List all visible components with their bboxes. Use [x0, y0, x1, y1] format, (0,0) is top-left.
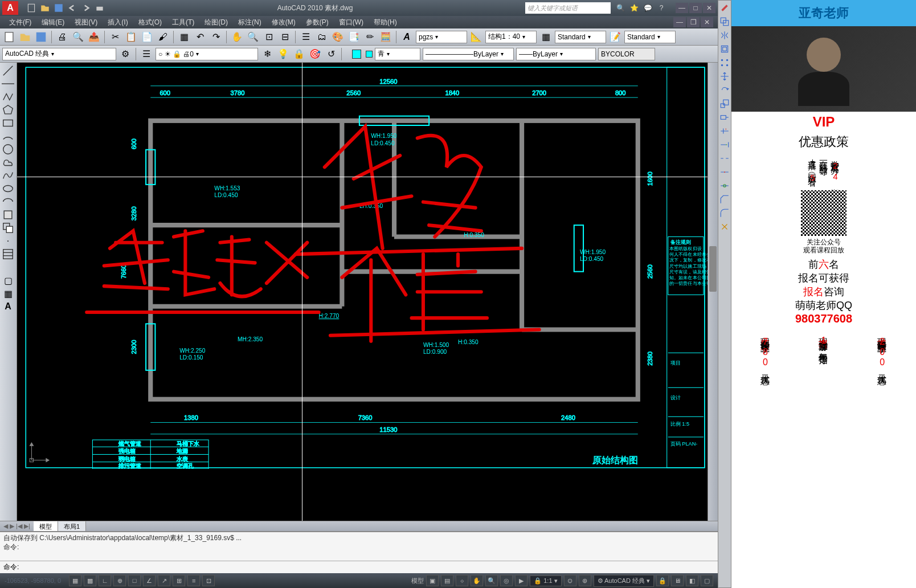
ellipse-icon[interactable] — [1, 183, 15, 194]
color-select[interactable]: 青 — [375, 48, 420, 60]
break2-icon[interactable] — [719, 167, 730, 177]
hatch-icon[interactable] — [1, 248, 15, 260]
polar-toggle[interactable]: ⊕ — [113, 575, 126, 586]
save-file-icon[interactable] — [34, 30, 48, 44]
annovis-icon[interactable]: ⊙ — [564, 575, 576, 586]
workspace-select[interactable]: AutoCAD 经典 — [2, 48, 116, 60]
table-style-select[interactable]: Standard — [555, 31, 606, 43]
menu-dimension[interactable]: 标注(N) — [234, 16, 266, 29]
layer-freeze-icon[interactable]: ❄ — [260, 47, 274, 61]
layer-select[interactable]: ○ ☀ 🔒 🖨 0 — [156, 48, 258, 60]
menu-file[interactable]: 文件(F) — [5, 16, 36, 29]
gradient-icon[interactable] — [1, 262, 15, 273]
pan-icon[interactable]: ✋ — [230, 30, 244, 44]
annoscale-icon[interactable]: ⟐ — [456, 575, 468, 586]
stretch-icon[interactable] — [719, 112, 730, 122]
table-style-icon[interactable]: ▦ — [539, 30, 553, 44]
point-icon[interactable]: · — [1, 235, 15, 247]
toolbar-lock-icon[interactable]: 🔒 — [656, 575, 669, 586]
redo-tb-icon[interactable]: ↷ — [209, 30, 223, 44]
arc-icon[interactable] — [1, 130, 15, 142]
drawing-canvas[interactable]: 12560 600 3780 2560 1840 2700 800 1380 7… — [17, 63, 708, 521]
toolpalette-icon[interactable]: 🎨 — [331, 30, 345, 44]
layer-off-icon[interactable]: 💡 — [276, 47, 290, 61]
pline-icon[interactable] — [1, 91, 15, 103]
osnap-toggle[interactable]: □ — [128, 575, 141, 586]
clean-screen-icon[interactable]: ▢ — [701, 575, 713, 586]
dc-icon[interactable]: 🗂 — [315, 30, 329, 44]
anno-scale[interactable]: 🔒 1:1 ▾ — [530, 575, 561, 586]
rectangle-icon[interactable] — [1, 117, 15, 129]
make-block-icon[interactable] — [1, 222, 15, 234]
mtext-icon[interactable]: A — [1, 301, 15, 312]
qp-toggle[interactable]: ⊡ — [202, 575, 215, 586]
text-style-select[interactable]: pgzs — [416, 31, 467, 43]
spline-icon[interactable] — [1, 170, 15, 181]
publish-icon[interactable]: 📤 — [87, 30, 101, 44]
chamfer-icon[interactable] — [719, 194, 730, 205]
linetype-select[interactable]: ——————— ByLayer — [423, 48, 514, 60]
close-button[interactable]: ✕ — [703, 3, 715, 13]
circle-icon[interactable] — [1, 144, 15, 155]
otrack-toggle[interactable]: ∠ — [143, 575, 156, 586]
print-tb-icon[interactable]: 🖨 — [55, 30, 69, 44]
offset-icon[interactable] — [719, 44, 730, 54]
erase-icon[interactable] — [719, 3, 730, 13]
undo-icon[interactable] — [67, 3, 77, 13]
menu-edit[interactable]: 编辑(E) — [37, 16, 69, 29]
zoom-prev-icon[interactable]: ⊟ — [278, 30, 292, 44]
dim-style-icon[interactable]: 📐 — [469, 30, 483, 44]
showmotion-icon[interactable]: ▶ — [515, 575, 527, 586]
subscription-icon[interactable]: ⭐ — [629, 3, 639, 13]
menu-parametric[interactable]: 参数(P) — [301, 16, 333, 29]
mirror-icon[interactable] — [719, 30, 730, 40]
copy-icon[interactable]: 📋 — [124, 30, 138, 44]
menu-modify[interactable]: 修改(M) — [267, 16, 300, 29]
snap-toggle[interactable]: ▦ — [69, 575, 81, 586]
app-logo[interactable]: A — [2, 1, 18, 15]
cut-icon[interactable]: ✂ — [108, 30, 122, 44]
hardware-icon[interactable]: 🖥 — [671, 575, 684, 586]
exchange-icon[interactable]: 💬 — [643, 3, 653, 13]
save-icon[interactable] — [54, 3, 64, 13]
copy-mod-icon[interactable] — [719, 17, 730, 27]
workspace-gear-icon[interactable]: ⚙ — [118, 47, 132, 61]
xline-icon[interactable] — [1, 78, 15, 89]
doc-close-button[interactable]: ✕ — [701, 17, 713, 27]
match-icon[interactable]: 🖌 — [156, 30, 170, 44]
maximize-button[interactable]: □ — [689, 3, 702, 13]
sheetset-icon[interactable]: 📑 — [347, 30, 361, 44]
dyn-toggle[interactable]: ⊞ — [173, 575, 185, 586]
preview-icon[interactable]: 🔍 — [71, 30, 85, 44]
print-icon[interactable] — [95, 3, 105, 13]
isolate-icon[interactable]: ◧ — [686, 575, 698, 586]
extend-icon[interactable] — [719, 140, 730, 150]
doc-minimize-button[interactable]: — — [673, 17, 686, 27]
join-icon[interactable] — [719, 181, 730, 191]
menu-format[interactable]: 格式(O) — [134, 16, 166, 29]
menu-window[interactable]: 窗口(W) — [334, 16, 368, 29]
explode-icon[interactable] — [719, 222, 730, 232]
zoom-status-icon[interactable]: 🔍 — [485, 575, 498, 586]
ducs-toggle[interactable]: ↗ — [158, 575, 170, 586]
horizontal-scrollbar[interactable]: ◀ ▶ |◀ ▶| 模型 布局1 — [0, 521, 718, 531]
zoom-win-icon[interactable]: ⊡ — [262, 30, 276, 44]
undo-tb-icon[interactable]: ↶ — [193, 30, 207, 44]
vertical-scrollbar[interactable] — [708, 63, 718, 521]
ortho-toggle[interactable]: ∟ — [99, 575, 111, 586]
mleader-style-select[interactable]: Standard — [624, 31, 676, 43]
layer-lock-icon[interactable]: 🔒 — [292, 47, 306, 61]
dim-style-select[interactable]: 结构1：40 — [485, 31, 537, 43]
new-file-icon[interactable] — [2, 30, 16, 44]
command-input[interactable] — [22, 564, 714, 571]
markup-icon[interactable]: ✏ — [363, 30, 377, 44]
lineweight-select[interactable]: —— ByLayer — [516, 48, 596, 60]
calc-icon[interactable]: 🧮 — [379, 30, 392, 44]
annoauto-icon[interactable]: ⊛ — [579, 575, 591, 586]
help-search[interactable]: 键入关键字或短语 — [525, 2, 611, 14]
tab-model[interactable]: 模型 — [34, 521, 58, 532]
open-file-icon[interactable] — [18, 30, 32, 44]
quickview-dwg-icon[interactable]: ▤ — [441, 575, 453, 586]
tab-layout1[interactable]: 布局1 — [58, 521, 86, 532]
properties-icon[interactable]: ☰ — [299, 30, 313, 44]
